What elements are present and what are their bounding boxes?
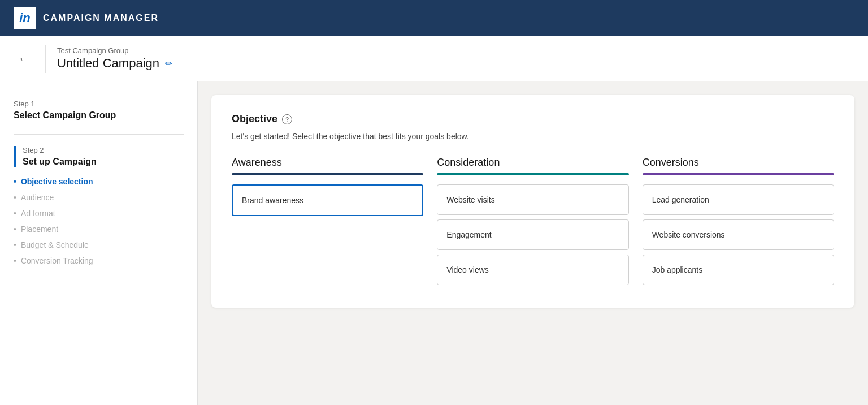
sidebar-nav: Objective selection Audience Ad format P… [14,174,184,269]
option-brand-awareness[interactable]: Brand awareness [232,184,423,216]
objective-card: Objective ? Let's get started! Select th… [211,95,854,308]
category-conversions: Conversions Lead generation Website conv… [643,157,834,290]
option-engagement[interactable]: Engagement [437,219,628,250]
app-title: CAMPAIGN MANAGER [43,13,159,23]
option-video-views[interactable]: Video views [437,255,628,285]
category-consideration: Consideration Website visits Engagement … [437,157,628,290]
edit-campaign-icon[interactable]: ✏ [165,58,172,69]
main-layout: Step 1 Select Campaign Group Step 2 Set … [0,81,868,405]
sidebar-item-conversion-tracking: Conversion Tracking [14,253,184,269]
header: in CAMPAIGN MANAGER [0,0,868,36]
campaign-name: Untitled Campaign [57,56,159,71]
consideration-title: Consideration [437,157,628,169]
sidebar-item-budget-schedule: Budget & Schedule [14,237,184,253]
help-icon[interactable]: ? [282,114,292,124]
back-button[interactable]: ← [14,50,34,67]
categories-row: Awareness Brand awareness Consideration … [232,157,834,290]
awareness-title: Awareness [232,157,423,169]
consideration-bar [437,173,628,175]
campaign-name-row: Untitled Campaign ✏ [57,56,172,71]
step2-title: Set up Campaign [23,157,184,167]
option-job-applicants[interactable]: Job applicants [643,255,834,285]
option-website-visits[interactable]: Website visits [437,184,628,215]
step1-label: Step 1 [14,100,184,108]
sidebar-item-ad-format: Ad format [14,205,184,221]
breadcrumb-divider [45,45,46,73]
sidebar-item-objective-selection[interactable]: Objective selection [14,174,184,189]
awareness-bar [232,173,423,175]
linkedin-logo: in [14,7,36,29]
step-divider [14,134,184,135]
step1-title: Select Campaign Group [14,110,184,120]
step2-group: Step 2 Set up Campaign [14,146,184,167]
step1-group: Step 1 Select Campaign Group [14,100,184,120]
objective-title: Objective [232,113,277,125]
breadcrumb-bar: ← Test Campaign Group Untitled Campaign … [0,36,868,81]
category-awareness: Awareness Brand awareness [232,157,423,290]
objective-header: Objective ? [232,113,834,125]
conversions-title: Conversions [643,157,834,169]
option-lead-generation[interactable]: Lead generation [643,184,834,215]
sidebar-item-audience: Audience [14,189,184,205]
sidebar: Step 1 Select Campaign Group Step 2 Set … [0,81,198,405]
conversions-bar [643,173,834,175]
option-website-conversions[interactable]: Website conversions [643,219,834,250]
step2-label: Step 2 [23,146,184,154]
sidebar-item-placement: Placement [14,221,184,237]
content-area: Objective ? Let's get started! Select th… [198,81,868,405]
breadcrumb-info: Test Campaign Group Untitled Campaign ✏ [57,46,172,71]
campaign-group-label: Test Campaign Group [57,46,172,55]
objective-description: Let's get started! Select the objective … [232,132,834,141]
